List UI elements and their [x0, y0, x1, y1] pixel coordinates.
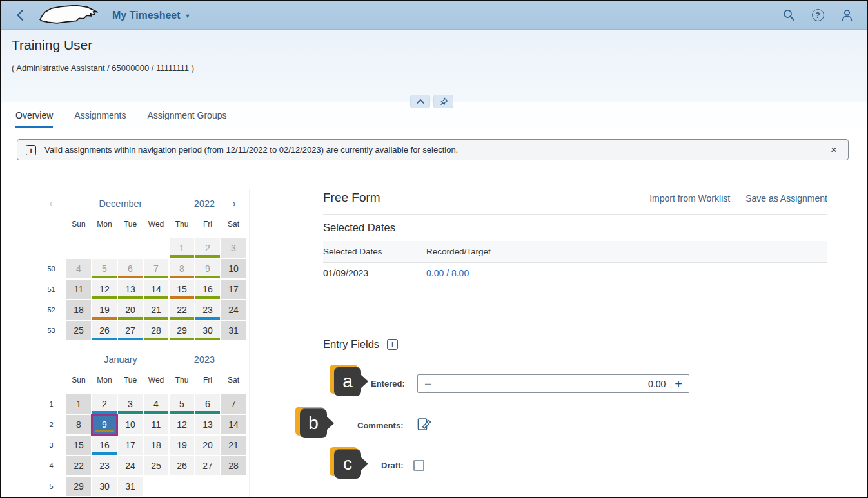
back-button[interactable] [12, 7, 28, 24]
calendar-day[interactable]: 17 [221, 280, 246, 299]
year-label[interactable]: 2022 [175, 198, 233, 209]
calendar-day[interactable]: 28 [221, 456, 246, 475]
collapse-header-button[interactable] [410, 95, 430, 108]
calendar-day[interactable]: 26 [170, 456, 194, 475]
calendar-day[interactable]: 10 [118, 415, 143, 434]
calendar-day[interactable]: 2 [195, 238, 220, 258]
calendar-day[interactable]: 26 [92, 321, 117, 340]
previous-month-button[interactable]: ‹ [44, 197, 57, 210]
calendar-day[interactable]: 3 [118, 394, 143, 414]
calendar-day[interactable]: 30 [92, 477, 117, 496]
calendar-day[interactable]: 29 [170, 321, 194, 340]
calendar-day[interactable]: 5 [170, 394, 194, 414]
user-account-button[interactable] [837, 6, 856, 25]
calendar-day[interactable]: 13 [118, 280, 143, 299]
save-as-assignment-button[interactable]: Save as Assignment [745, 193, 827, 204]
calendar-day[interactable]: 14 [144, 280, 168, 299]
calendar-day[interactable]: 21 [221, 436, 246, 455]
calendar-day[interactable]: 18 [144, 436, 168, 455]
calendar-day[interactable]: 18 [66, 300, 91, 320]
entry-fields-header: Entry Fields i [323, 338, 398, 350]
calendar-day[interactable]: 14 [221, 415, 246, 434]
calendar-day[interactable]: 31 [118, 477, 143, 496]
tab-overview[interactable]: Overview [15, 102, 53, 128]
calendar-day[interactable]: 9 [195, 259, 220, 278]
entry-fields-info-icon[interactable]: i [387, 339, 398, 350]
calendar-day[interactable]: 13 [195, 415, 220, 434]
calendar-day[interactable]: 20 [118, 300, 143, 320]
calendar-day[interactable]: 17 [118, 436, 143, 455]
weekday-label: Mon [92, 220, 117, 229]
header-anchor-buttons [410, 95, 453, 108]
week-number [37, 238, 66, 258]
help-button[interactable]: ? [808, 6, 827, 25]
cell-recorded-target-link[interactable]: 0.00 / 8.00 [426, 268, 469, 278]
calendar-day[interactable]: 1 [66, 394, 91, 414]
calendar-months: ‹›December2022SunMonTueWedThuFriSat12350… [37, 194, 249, 497]
app-title-menu[interactable]: My Timesheet ▼ [112, 10, 190, 21]
calendar-day[interactable]: 31 [221, 321, 246, 340]
calendar-day[interactable]: 22 [66, 456, 91, 475]
chevron-left-icon [16, 9, 24, 21]
decrease-button[interactable]: − [424, 378, 432, 390]
calendar-day[interactable]: 11 [144, 415, 168, 434]
calendar-day[interactable]: 8 [170, 259, 194, 278]
calendar-day[interactable]: 27 [118, 321, 143, 340]
table-row[interactable]: 01/09/2023 0.00 / 8.00 [323, 263, 827, 283]
calendar-day[interactable]: 4 [144, 394, 168, 414]
calendar-day[interactable]: 12 [92, 280, 117, 299]
calendar-day[interactable]: 23 [92, 456, 117, 475]
calendar-day[interactable]: 5 [92, 259, 117, 278]
pin-header-button[interactable] [433, 95, 453, 108]
calendar-day[interactable]: 4 [66, 259, 91, 278]
day-status-underline-gold [95, 430, 114, 432]
edit-comments-button[interactable] [417, 416, 432, 433]
calendar-day[interactable]: 2 [92, 394, 117, 414]
calendar-day[interactable]: 24 [118, 456, 143, 475]
calendar-day[interactable]: 12 [170, 415, 194, 434]
import-from-worklist-button[interactable]: Import from Worklist [649, 193, 730, 204]
calendar-day[interactable]: 27 [195, 456, 220, 475]
calendar-day[interactable]: 16 [92, 436, 117, 455]
calendar-day[interactable]: 22 [170, 300, 194, 320]
calendar-day[interactable]: 1 [170, 238, 194, 258]
calendar-day[interactable]: 23 [195, 300, 220, 320]
calendar-day[interactable]: 20 [195, 436, 220, 455]
info-message-strip: i Valid assignments within navigation pe… [17, 139, 849, 160]
calendar-day[interactable]: 15 [66, 436, 91, 455]
entered-value-input[interactable]: 0.00 [648, 379, 666, 389]
column-selected-dates: Selected Dates [323, 247, 426, 256]
calendar-day[interactable]: 10 [221, 259, 246, 278]
calendar-day-selected[interactable]: 9 [91, 414, 118, 436]
calendar-day[interactable]: 7 [221, 394, 246, 414]
calendar-day[interactable]: 25 [144, 456, 168, 475]
calendar-day[interactable]: 19 [92, 300, 117, 320]
weekday-label: Tue [117, 220, 143, 229]
week-number: 2 [37, 414, 66, 435]
edit-note-icon [417, 416, 432, 433]
calendar-day[interactable]: 25 [66, 321, 91, 340]
calendar-day[interactable]: 29 [66, 477, 91, 496]
search-button[interactable] [779, 6, 798, 25]
calendar-day[interactable]: 3 [221, 238, 246, 258]
tab-assignments[interactable]: Assignments [74, 102, 126, 128]
month-label[interactable]: January [66, 354, 175, 365]
draft-checkbox[interactable] [413, 460, 424, 471]
calendar-day[interactable]: 11 [66, 280, 91, 299]
calendar-day[interactable]: 8 [66, 415, 91, 434]
calendar-day[interactable]: 16 [195, 280, 220, 299]
calendar-day[interactable]: 24 [221, 300, 246, 320]
calendar-day[interactable]: 21 [144, 300, 168, 320]
year-label[interactable]: 2023 [175, 354, 233, 365]
tab-assignment-groups[interactable]: Assignment Groups [148, 102, 227, 128]
calendar-day[interactable]: 19 [170, 436, 194, 455]
increase-button[interactable]: + [675, 378, 682, 390]
month-label[interactable]: December [66, 198, 175, 209]
calendar-day[interactable]: 7 [144, 259, 168, 278]
calendar-day[interactable]: 28 [144, 321, 168, 340]
calendar-day[interactable]: 6 [118, 259, 143, 278]
calendar-day[interactable]: 15 [170, 280, 194, 299]
calendar-day[interactable]: 6 [195, 394, 220, 414]
close-message-button[interactable]: × [828, 144, 840, 157]
calendar-day[interactable]: 30 [195, 321, 220, 340]
